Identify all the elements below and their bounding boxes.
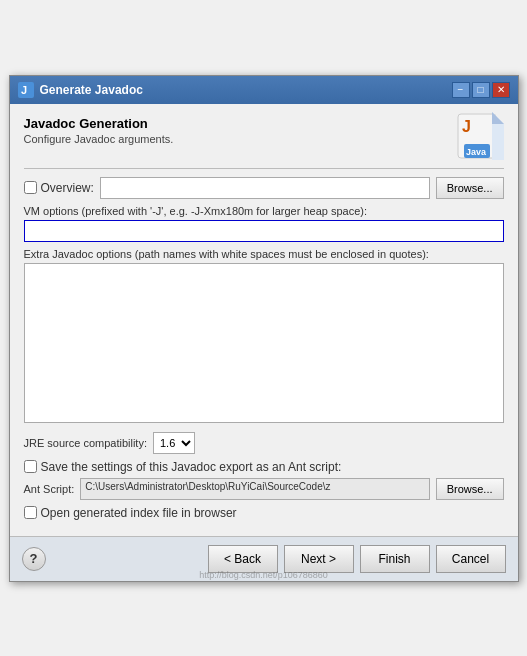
maximize-button[interactable]: □: [472, 82, 490, 98]
open-browser-checkbox[interactable]: [24, 506, 37, 519]
overview-label: Overview:: [41, 181, 94, 195]
ant-script-label: Save the settings of this Javadoc export…: [41, 460, 342, 474]
jre-label: JRE source compatibility:: [24, 437, 148, 449]
minimize-button[interactable]: −: [452, 82, 470, 98]
jre-row: JRE source compatibility: 1.6 1.7 1.8: [24, 432, 504, 454]
help-button[interactable]: ?: [22, 547, 46, 571]
back-button[interactable]: < Back: [208, 545, 278, 573]
section-title: Javadoc Generation: [24, 116, 174, 131]
javadoc-logo: Java J: [456, 112, 504, 160]
divider: [24, 168, 504, 169]
svg-text:J: J: [462, 118, 471, 135]
open-browser-label: Open generated index file in browser: [41, 506, 237, 520]
svg-text:Java: Java: [466, 147, 487, 157]
title-text: Generate Javadoc: [40, 83, 143, 97]
next-button[interactable]: Next >: [284, 545, 354, 573]
svg-text:J: J: [21, 84, 27, 96]
jre-select[interactable]: 1.6 1.7 1.8: [153, 432, 195, 454]
ant-script-input[interactable]: C:\Users\Administrator\Desktop\RuYiCai\S…: [80, 478, 429, 500]
vm-options-label: VM options (prefixed with '-J', e.g. -J-…: [24, 205, 504, 217]
extra-options-container: [24, 263, 504, 426]
ant-script-checkbox-label[interactable]: Save the settings of this Javadoc export…: [24, 460, 504, 474]
bottom-buttons: < Back Next > Finish Cancel: [208, 545, 506, 573]
ant-script-row: Ant Script: C:\Users\Administrator\Deskt…: [24, 478, 504, 500]
close-button[interactable]: ✕: [492, 82, 510, 98]
title-buttons: − □ ✕: [452, 82, 510, 98]
extra-options-label: Extra Javadoc options (path names with w…: [24, 248, 504, 260]
ant-script-field-label: Ant Script:: [24, 483, 75, 495]
overview-checkbox[interactable]: [24, 181, 37, 194]
overview-checkbox-label[interactable]: Overview:: [24, 181, 94, 195]
section-header: Javadoc Generation Configure Javadoc arg…: [24, 116, 174, 145]
overview-browse-button[interactable]: Browse...: [436, 177, 504, 199]
overview-input[interactable]: [100, 177, 430, 199]
ant-script-checkbox[interactable]: [24, 460, 37, 473]
bottom-bar: ? < Back Next > Finish Cancel: [10, 536, 518, 581]
section-subtitle: Configure Javadoc arguments.: [24, 133, 174, 145]
finish-button[interactable]: Finish: [360, 545, 430, 573]
title-bar: J Generate Javadoc − □ ✕: [10, 76, 518, 104]
ant-script-browse-button[interactable]: Browse...: [436, 478, 504, 500]
dialog-icon: J: [18, 82, 34, 98]
extra-options-textarea[interactable]: [24, 263, 504, 423]
open-browser-checkbox-label[interactable]: Open generated index file in browser: [24, 506, 504, 520]
overview-row: Overview: Browse...: [24, 177, 504, 199]
cancel-button[interactable]: Cancel: [436, 545, 506, 573]
vm-options-input[interactable]: -encoding utf-8 -charset utf-8: [24, 220, 504, 242]
